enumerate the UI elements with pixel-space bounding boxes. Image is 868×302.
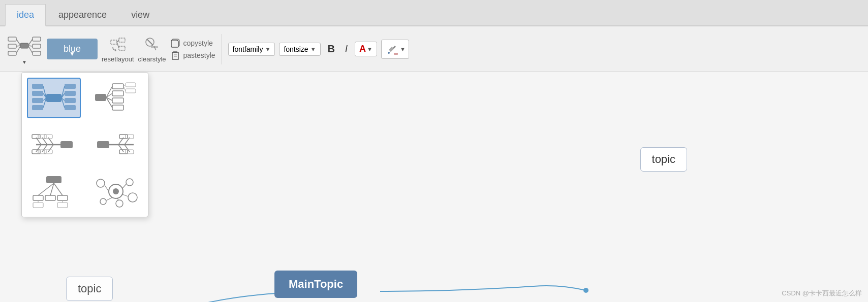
fillcolor-button[interactable]: ▼ — [381, 40, 409, 59]
style-group: copystyle pastestyle — [170, 38, 215, 60]
svg-rect-46 — [112, 105, 123, 110]
fontfamily-arrow: ▼ — [265, 46, 270, 52]
svg-line-7 — [16, 39, 20, 45]
fontsize-label: fontsize — [284, 45, 308, 53]
svg-line-100 — [106, 197, 112, 200]
svg-rect-32 — [65, 98, 76, 103]
layout-icon — [6, 33, 43, 59]
svg-rect-6 — [33, 51, 41, 55]
svg-point-93 — [126, 179, 133, 186]
svg-rect-82 — [57, 195, 68, 200]
svg-rect-30 — [65, 84, 76, 89]
svg-point-95 — [100, 198, 106, 205]
main-topic-node[interactable]: MainTopic — [274, 271, 357, 298]
tab-appearence[interactable]: appearence — [47, 4, 118, 25]
svg-point-102 — [583, 288, 588, 293]
font-controls: fontfamily ▼ fontsize ▼ B I A ▼ ▼ — [228, 40, 409, 59]
svg-line-99 — [122, 194, 128, 196]
pastestyle-button[interactable]: pastestyle — [170, 50, 215, 60]
topic-node-bottom[interactable]: topic — [66, 277, 113, 301]
svg-rect-28 — [32, 98, 43, 103]
toolbar-divider — [222, 34, 222, 64]
map-option-right-fishbone-icon — [93, 127, 139, 162]
svg-rect-70 — [97, 141, 109, 148]
fontcolor-label: A — [359, 44, 366, 54]
map-option-center[interactable] — [27, 78, 81, 118]
svg-rect-3 — [8, 51, 16, 55]
svg-rect-14 — [119, 38, 125, 42]
svg-line-8 — [16, 46, 20, 46]
svg-line-85 — [38, 183, 54, 195]
clearstyle-icon — [143, 35, 161, 53]
copystyle-label: copystyle — [183, 39, 213, 47]
map-option-bottom-tree[interactable] — [27, 171, 81, 212]
svg-rect-29 — [32, 105, 43, 110]
svg-rect-25 — [46, 94, 61, 102]
resetlayout-label: resetlayout — [102, 55, 134, 63]
svg-rect-44 — [112, 91, 123, 96]
svg-line-9 — [16, 46, 20, 53]
topic-node-right[interactable]: topic — [640, 147, 687, 172]
fillcolor-icon — [385, 42, 400, 57]
italic-button[interactable]: I — [342, 43, 351, 55]
map-option-right-fishbone[interactable] — [89, 124, 143, 165]
pastestyle-label: pastestyle — [183, 51, 215, 59]
bold-button[interactable]: B — [325, 42, 338, 56]
map-option-bottom-tree-icon — [31, 174, 77, 209]
svg-point-96 — [116, 200, 123, 207]
svg-line-10 — [28, 39, 33, 45]
main-topic-label: MainTopic — [289, 278, 343, 290]
theme-button[interactable]: blue — [47, 39, 98, 59]
resetlayout-icon — [109, 35, 127, 53]
svg-rect-80 — [33, 195, 43, 200]
svg-rect-31 — [65, 91, 76, 96]
layout-selector-button[interactable]: ▼ — [6, 33, 43, 65]
svg-rect-27 — [32, 91, 43, 96]
svg-line-97 — [105, 185, 109, 191]
svg-rect-56 — [60, 141, 73, 148]
svg-rect-48 — [126, 89, 136, 93]
map-option-bubble-icon — [93, 174, 139, 209]
svg-rect-47 — [126, 83, 136, 87]
svg-line-11 — [28, 46, 33, 46]
resetlayout-button[interactable]: resetlayout — [102, 35, 134, 63]
map-option-center-icon — [31, 81, 77, 115]
map-option-bubble[interactable] — [89, 171, 143, 212]
map-option-right-tree-icon — [93, 81, 139, 115]
fontsize-arrow: ▼ — [311, 46, 316, 52]
svg-point-92 — [97, 179, 105, 187]
topic-node-right-label: topic — [652, 153, 675, 165]
svg-line-87 — [54, 183, 63, 195]
svg-rect-13 — [111, 40, 117, 44]
map-option-right-tree[interactable] — [89, 78, 143, 118]
theme-button-wrapper: blue — [47, 39, 98, 59]
map-option-left-fishbone[interactable] — [27, 124, 81, 165]
fontsize-dropdown[interactable]: fontsize ▼ — [279, 43, 320, 56]
svg-line-19 — [147, 39, 153, 45]
layout-dropdown-panel — [21, 72, 148, 217]
svg-line-98 — [122, 184, 126, 188]
svg-rect-15 — [119, 46, 125, 50]
topic-node-bottom-label: topic — [78, 282, 101, 295]
toolbar: ▼ blue resetlayout clearstyle — [0, 26, 868, 72]
svg-line-101 — [117, 198, 118, 200]
svg-rect-2 — [8, 44, 16, 48]
svg-rect-43 — [112, 84, 123, 89]
svg-rect-79 — [46, 176, 61, 183]
copystyle-icon — [170, 38, 180, 48]
tab-idea[interactable]: idea — [5, 4, 46, 26]
fillcolor-arrow: ▼ — [400, 46, 406, 52]
fontcolor-button[interactable]: A ▼ — [355, 42, 377, 56]
svg-rect-26 — [32, 84, 43, 89]
clearstyle-button[interactable]: clearstyle — [138, 35, 166, 63]
svg-rect-45 — [112, 98, 123, 103]
svg-rect-42 — [95, 94, 106, 101]
copystyle-button[interactable]: copystyle — [170, 38, 215, 48]
tab-view[interactable]: view — [119, 4, 161, 25]
svg-point-91 — [113, 188, 119, 194]
svg-line-12 — [28, 46, 33, 53]
tab-bar: idea appearence view — [0, 0, 868, 26]
fontfamily-dropdown[interactable]: fontfamily ▼ — [228, 43, 275, 56]
layout-dropdown-arrow: ▼ — [22, 59, 27, 65]
fontcolor-arrow: ▼ — [367, 46, 373, 52]
